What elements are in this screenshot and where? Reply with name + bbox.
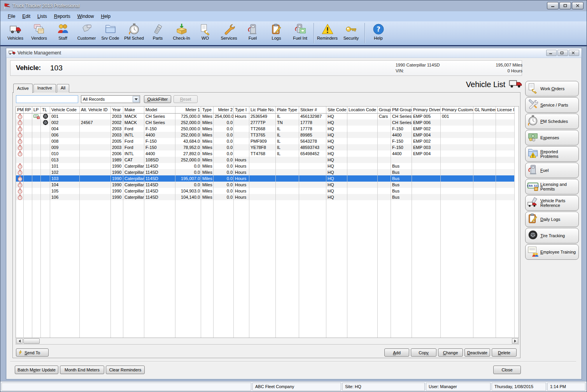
sidebar-button-work-orders[interactable]: Work Orders (525, 81, 579, 96)
table-row-013[interactable]: 0131989CAT108SD252,000.0Miles0.0HoursHQ (16, 157, 515, 163)
table-row-004[interactable]: 0042003FordF-150250,000.0Miles0.0TT2668I… (16, 126, 515, 132)
table-row-104[interactable]: 1041990Caterpillar114SD0.0Miles0.0HoursH… (16, 182, 515, 188)
column-header-year[interactable]: Year (111, 107, 123, 113)
table-row-002[interactable]: 002245672002MACKCH Series252,000.0Miles0… (16, 119, 515, 126)
toolbar-button-fuel[interactable]: Fuel (241, 22, 265, 44)
toolbar-button-check-in[interactable]: Check-In (170, 22, 193, 44)
scroll-right-icon[interactable] (512, 338, 518, 344)
horizontal-scrollbar[interactable] (16, 338, 519, 345)
menu-edit[interactable]: Edit (19, 12, 34, 21)
table-row-105[interactable]: 1051990Caterpillar114SD104,903.0Miles0.0… (16, 188, 515, 194)
column-header-site[interactable]: Site Code (326, 107, 347, 113)
sidebar-button-employee-training[interactable]: Employee Training (525, 244, 579, 260)
toolbar-button-fuel-int[interactable]: Fuel Int (288, 22, 312, 44)
month-end-meters-button[interactable]: Month End Meters (60, 366, 104, 374)
scroll-left-icon[interactable] (16, 338, 23, 344)
column-header-platetype[interactable]: Plate Type (276, 107, 299, 113)
add-button[interactable]: Add (384, 348, 409, 357)
scrollbar-thumb[interactable] (23, 338, 40, 344)
column-header-driver[interactable]: Primary Driver (412, 107, 441, 113)
sidebar-button-reported-problems[interactable]: Reported Problems (525, 146, 579, 162)
table-row-010[interactable]: 0102006INTL440027,892.0Miles0.0TT4768IL6… (16, 150, 515, 157)
menu-file[interactable]: File (4, 12, 19, 21)
menu-reports[interactable]: Reports (51, 12, 74, 21)
menu-lists[interactable]: Lists (34, 12, 51, 21)
close-window-button[interactable]: Close (493, 366, 521, 374)
column-header-type1[interactable]: Type (201, 107, 214, 113)
column-header-model[interactable]: Model (144, 107, 175, 113)
maximize-button[interactable] (559, 2, 571, 9)
table-row-009[interactable]: 0092003FordF-15078,952.0Miles0.0YE78F8IL… (16, 144, 515, 150)
sidebar-button-service-parts[interactable]: Service / Parts (525, 97, 579, 113)
reset-button[interactable]: Reset (173, 95, 198, 103)
sidebar-button-licensing-and-permits[interactable]: CBA 32108Licensing and Permits (525, 179, 579, 194)
column-header-make[interactable]: Make (123, 107, 144, 113)
column-header-group[interactable]: Group (378, 107, 391, 113)
toolbar-button-services[interactable]: Services (217, 22, 241, 44)
clear-reminders-button[interactable]: Clear Reminders (106, 366, 145, 374)
copy-button[interactable]: Copy (411, 348, 436, 357)
quickfilter-button[interactable]: QuickFilter (144, 95, 171, 103)
sidebar-button-fuel[interactable]: Fuel (525, 163, 579, 178)
column-header-lp[interactable]: LP (32, 107, 41, 113)
column-header-license[interactable]: License I (496, 107, 515, 113)
toolbar-button-parts[interactable]: Parts (146, 22, 170, 44)
quickfilter-input[interactable] (16, 95, 78, 103)
sidebar-button-daily-logs[interactable]: Daily Logs (525, 212, 579, 227)
table-row-001[interactable]: 0012003MACKCH Series725,000.0Miles254,00… (16, 113, 515, 119)
column-header-type2[interactable]: Type I (234, 107, 249, 113)
toolbar-button-staff[interactable]: Staff (51, 22, 75, 44)
tab-active[interactable]: Active (13, 84, 33, 93)
table-row-106[interactable]: 1061990Caterpillar114SD104,140.0Miles0.0… (16, 194, 515, 200)
toolbar-button-pm-sched[interactable]: PM Sched (122, 22, 146, 44)
table-row-008[interactable]: 0082005FordF-15043,684.0Miles0.0PMF909IL… (16, 138, 515, 144)
sidebar-button-expenses[interactable]: Expenses (525, 130, 579, 145)
column-header-gl[interactable]: GL Number (473, 107, 496, 113)
records-dropdown[interactable]: All Records (81, 95, 140, 103)
child-close-button[interactable] (569, 50, 579, 56)
toolbar-button-help[interactable]: ?Help (366, 22, 390, 44)
toolbar-button-vehicles[interactable]: Vehicles (4, 22, 27, 44)
column-header-tl[interactable]: TL (41, 107, 50, 113)
chevron-down-icon[interactable] (133, 96, 139, 102)
tab-all[interactable]: All (57, 84, 69, 93)
toolbar-button-srv-code[interactable]: Srv Code (98, 22, 122, 44)
close-button[interactable] (572, 2, 583, 9)
batch-meter-update-button[interactable]: Batch Meter Update (15, 366, 58, 374)
table-row-006[interactable]: 0062003INTL4400252,000.0Miles0.0TT3765IL… (16, 132, 515, 138)
column-header-alt[interactable]: Alt. Vehicle ID (80, 107, 111, 113)
menu-help[interactable]: Help (97, 12, 114, 21)
child-restore-button[interactable] (557, 50, 568, 56)
menu-window[interactable]: Window (74, 12, 98, 21)
column-header-pmgroup[interactable]: PM Group (391, 107, 412, 113)
column-header-location[interactable]: Location Code (347, 107, 378, 113)
delete-button[interactable]: Delete (492, 348, 517, 357)
table-row-102[interactable]: 1021990Caterpillar114SD0.0Miles0.0HoursH… (16, 169, 515, 175)
column-header-plate[interactable]: Lic Plate No. (249, 107, 276, 113)
deactivate-button[interactable]: Deactivate (464, 348, 490, 357)
column-header-customer[interactable]: Primary Customer (441, 107, 473, 113)
sidebar-button-vehicle-parts-reference[interactable]: Vehicle Parts Reference (525, 195, 579, 211)
send-to-button[interactable]: Send To (16, 348, 49, 357)
toolbar-button-logs[interactable]: Logs (265, 22, 288, 44)
change-button[interactable]: Change (438, 348, 463, 357)
column-header-sticker[interactable]: Sticker # (299, 107, 326, 113)
column-header-rp[interactable]: RP (24, 107, 32, 113)
toolbar-button-customer[interactable]: Customer (75, 22, 98, 44)
column-header-meter2[interactable]: Meter 2 (214, 107, 234, 113)
toolbar-button-wo[interactable]: WO (193, 22, 217, 44)
column-header-code[interactable]: Vehicle Code (50, 107, 80, 113)
tab-inactive[interactable]: Inactive (33, 84, 56, 93)
table-row-103[interactable]: 1031990Caterpillar114SD195,007.0Miles0.0… (16, 175, 515, 182)
table-row-101[interactable]: 1011990Caterpillar114SD0.0Miles0.0HoursH… (16, 163, 515, 169)
sidebar-button-tire-tracking[interactable]: Tire Tracking (525, 228, 579, 243)
column-header-meter1[interactable]: Meter 1 (175, 107, 201, 113)
toolbar-button-vendors[interactable]: Vendors (27, 22, 51, 44)
toolbar-button-reminders[interactable]: Reminders (315, 22, 339, 44)
child-minimize-button[interactable] (546, 50, 557, 56)
toolbar-button-security[interactable]: Security (339, 22, 363, 44)
cell-meter2: 0.0 (214, 157, 234, 163)
sidebar-button-pm-schedules[interactable]: PM Schedules (525, 114, 579, 129)
minimize-button[interactable] (547, 2, 559, 9)
column-header-pm[interactable]: PM (16, 107, 24, 113)
